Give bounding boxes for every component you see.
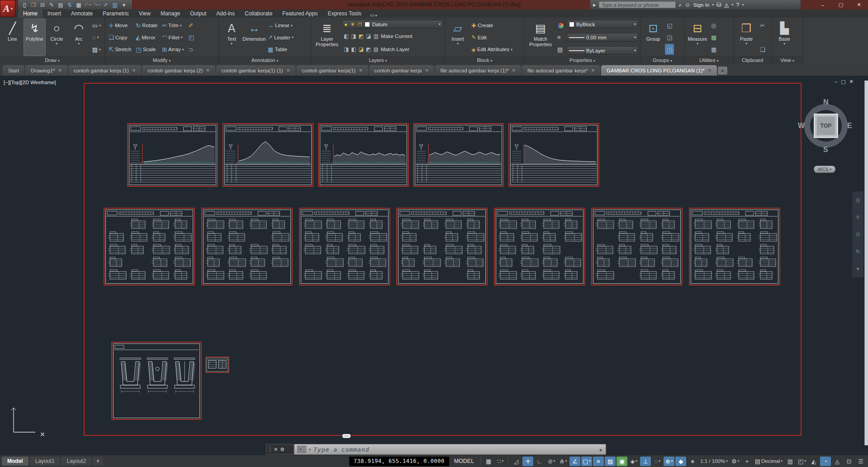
ribbon-tab-add-ins[interactable]: Add-ins [211, 10, 240, 18]
file-tab-close-icon[interactable]: ✕ [206, 68, 209, 73]
panel-title-layers[interactable]: Layers ▾ [311, 56, 445, 64]
cross-section-sheet-1[interactable] [104, 208, 195, 286]
fillet-button[interactable]: ◠Fillet▾ [160, 32, 185, 43]
cross-section-sheet-3[interactable] [299, 208, 390, 286]
ribbon-tab-collaborate[interactable]: Collaborate [240, 10, 277, 18]
vertical-scrollbar[interactable] [864, 81, 868, 445]
a360-dropdown-icon[interactable]: ▾ [731, 3, 733, 7]
app-store-cart-icon[interactable]: ⛁ [716, 1, 721, 8]
command-prompt-icon[interactable]: >_ [297, 446, 306, 453]
snap-icon[interactable]: ∷▾ [495, 457, 506, 466]
print-icon[interactable]: ▦ [74, 1, 83, 9]
group-button[interactable]: ⊡Group [642, 19, 664, 56]
panel-title-block[interactable]: Block ▾ [445, 56, 524, 64]
graphics-performance-icon[interactable]: ◔ [820, 457, 831, 466]
polar-tracking-icon[interactable]: ⊘▾ [546, 457, 557, 466]
new-file-icon[interactable]: ▯ [20, 1, 29, 9]
file-tab-contoh-gambar-kerja-1[interactable]: contoh gambar kerja (1)✕ [68, 65, 141, 76]
clean-screen-icon[interactable]: ⊡ [844, 457, 854, 466]
share-icon[interactable]: ⇅ [65, 1, 74, 9]
erase-button[interactable]: ✐ [187, 20, 196, 31]
mirror-button[interactable]: ◭Mirror [134, 32, 159, 43]
file-tab-contoh-gambar-kerja-1[interactable]: contoh gambar kerja(1)✕ [296, 65, 368, 76]
save-icon[interactable]: ⊟ [38, 1, 47, 9]
quick-calc-button[interactable]: ▩ [709, 32, 718, 43]
ribbon-tab-output[interactable]: Output [185, 10, 211, 18]
copy-clip-button[interactable]: ❏ [758, 44, 767, 55]
workspace-icon[interactable]: ⚙▾ [730, 457, 741, 466]
rotate-button[interactable]: ↻Rotate [134, 20, 159, 31]
layer-tool-icon-0-1[interactable]: ◨ [351, 33, 356, 39]
lock-ui-icon[interactable]: ◰▾ [797, 457, 807, 466]
ribbon-tab-insert[interactable]: Insert [43, 10, 66, 18]
cut-button[interactable]: ✂ [758, 20, 767, 31]
layer-tool-icon-1-4[interactable]: ▤ [373, 46, 378, 52]
panel-title-modify[interactable]: Modify ▾ [105, 56, 218, 64]
leader-button[interactable]: ↗Leader▾ [266, 32, 295, 43]
undo-icon[interactable]: ↶▾ [83, 1, 92, 9]
file-tab-close-icon[interactable]: ✕ [58, 68, 62, 73]
0-00-mm-dropdown[interactable]: 0.00 mm▾ [567, 33, 638, 42]
help-dropdown-icon[interactable]: ▾ [742, 3, 744, 7]
navbar-tool-icon-1[interactable]: ✛ [855, 214, 860, 220]
arc-button[interactable]: ◠Arc▾ [68, 19, 90, 56]
viewcube-east[interactable]: E [847, 122, 852, 130]
application-menu-button[interactable]: A▾ [0, 0, 15, 17]
ribbon-tab-annotate[interactable]: Annotate [66, 10, 98, 18]
layer-tool-icon-0-4[interactable]: ▥ [373, 33, 378, 39]
file-tab-close-icon[interactable]: ✕ [591, 68, 595, 73]
byblock-dropdown[interactable]: ByBlock▾ [567, 20, 638, 29]
stretch-button[interactable]: ⇱Stretch [107, 44, 133, 55]
make-current-label[interactable]: Make Current [381, 33, 413, 39]
cross-section-sheet-2[interactable] [201, 208, 293, 286]
file-tab-file-autocad-gambar-kerja-1[interactable]: file autocad gambar kerja (1)*✕ [435, 65, 521, 76]
line-button[interactable]: ╱Line [2, 19, 23, 56]
command-expand-icon[interactable]: ▲ [598, 447, 603, 452]
new-drawing-tab[interactable]: + [718, 67, 727, 75]
file-tab-contoh-gambar-kerja-1-1[interactable]: contoh gambar kerja(1) (1)✕ [216, 65, 296, 76]
qat-customize-icon[interactable]: ▾ [119, 1, 128, 9]
viewcube-west[interactable]: W [798, 122, 805, 130]
object-snap-tracking-icon[interactable]: ∠ [569, 457, 580, 466]
panel-title-draw[interactable]: Draw ▾ [0, 56, 104, 64]
id-point-button[interactable]: ▦ [709, 44, 718, 55]
minimize-button[interactable]: – [814, 0, 832, 10]
insert-button[interactable]: ▱Insert▾ [447, 19, 469, 56]
match-properties-button[interactable]: ▤Match Properties [526, 19, 555, 56]
layer-tool-icon-1-1[interactable]: ◧ [351, 46, 356, 52]
navbar-tool-icon-2[interactable]: ⊙ [855, 231, 860, 238]
layout-tab-layout1[interactable]: Layout1 [30, 457, 60, 466]
selection-cycling-icon[interactable]: ▣ [617, 457, 627, 466]
panel-title-utilities[interactable]: Utilities ▾ [685, 56, 733, 64]
command-history-icon[interactable]: ▾ [309, 448, 311, 452]
ribbon-tab-home[interactable]: Home [18, 10, 43, 18]
panel-title-annotation[interactable]: Annotation ▾ [219, 56, 311, 64]
hardware-accel-icon[interactable]: ◬ [832, 457, 843, 466]
long-section-panel-4[interactable] [413, 123, 504, 187]
rectangle-button[interactable]: ▭▾ [90, 20, 103, 31]
close-button[interactable]: ✕ [850, 0, 868, 10]
coordinates-readout[interactable]: 738.9194, 655.1416, 0.0000 [349, 457, 449, 466]
navbar-tool-icon-0[interactable]: ◎ [855, 197, 860, 203]
open-folder-icon[interactable]: ❒ [29, 1, 38, 9]
isolate-objects-icon[interactable]: ◭ [808, 457, 819, 466]
plot-icon[interactable]: ▤ [56, 1, 65, 9]
infer-constraints-icon[interactable]: ◿ [511, 457, 522, 466]
measure-button[interactable]: ⊟Measure▾ [687, 19, 708, 56]
layer-dropdown[interactable]: ●☀⊓Datum▾ [342, 20, 443, 29]
viewcube-north[interactable]: N [823, 98, 829, 106]
command-wrench-icon[interactable]: ⚙ [280, 447, 285, 453]
search-binoculars-icon[interactable]: ⌕ [678, 1, 682, 9]
model-space-button[interactable]: MODEL [450, 457, 478, 466]
viewport-minimize-icon[interactable]: – [835, 79, 837, 85]
circle-button[interactable]: ○Circle▾ [46, 19, 67, 56]
file-tab-contoh-gambar-kerja-2[interactable]: contoh gambar kerja (2)✕ [142, 65, 215, 76]
annotation-monitor-icon[interactable]: + [742, 457, 753, 466]
layout-tab-model[interactable]: Model [2, 457, 28, 466]
gizmo-icon[interactable]: ⊕▾ [664, 457, 674, 466]
file-tab-file-autocad-gambar-kerja[interactable]: file autocad gambar kerja*✕ [522, 65, 600, 76]
quick-select-button[interactable]: ◎ [709, 20, 718, 31]
iso-drafting-icon[interactable]: ⋔▾ [558, 457, 569, 466]
array-button[interactable]: ⊞Array▾ [160, 44, 185, 55]
panel-title-clipboard[interactable]: Clipboard [734, 56, 771, 64]
